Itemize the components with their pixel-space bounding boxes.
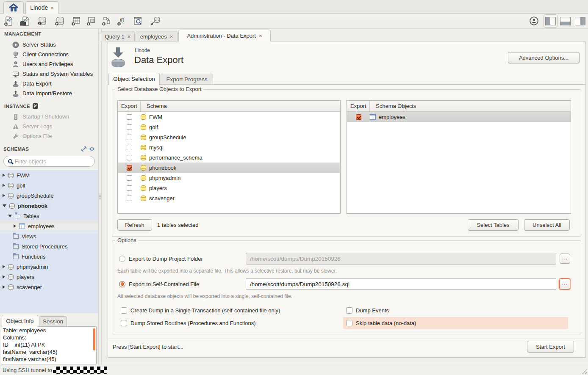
self-contained-browse-button[interactable]: ... [559, 278, 570, 290]
schema-row[interactable]: performance_schema [118, 152, 340, 163]
instance-actions-icon[interactable] [33, 103, 38, 109]
sidebar-item-server-status[interactable]: Server Status [0, 40, 98, 50]
refresh-schemas-icon[interactable] [89, 146, 95, 152]
database-info-icon[interactable]: i [36, 15, 48, 27]
option-checkbox[interactable] [121, 320, 127, 326]
sidebar-item-client-connections[interactable]: Client Connections [0, 50, 98, 59]
tree-item-tables[interactable]: Tables [0, 211, 98, 221]
sidebar-item-system-variables[interactable]: Status and System Variables [0, 69, 98, 79]
collapsed-arrow-icon[interactable] [3, 275, 5, 278]
export-checkbox[interactable] [127, 196, 132, 201]
tab-export-progress[interactable]: Export Progress [161, 74, 213, 85]
collapsed-arrow-icon[interactable] [14, 224, 16, 228]
expand-schemas-icon[interactable] [81, 146, 86, 152]
sidebar-item-server-logs[interactable]: Server Logs [0, 121, 98, 131]
toggle-left-panel-icon[interactable] [545, 17, 556, 25]
collapsed-arrow-icon[interactable] [3, 285, 5, 289]
self-contained-radio[interactable] [119, 281, 125, 287]
dump-folder-radio[interactable] [119, 256, 125, 262]
export-checkbox[interactable] [127, 145, 132, 150]
create-schema-icon[interactable] [53, 15, 66, 27]
toggle-bottom-panel-icon[interactable] [560, 17, 571, 25]
export-checkbox[interactable] [356, 114, 361, 120]
tab-query-1[interactable]: Query 1× [101, 31, 135, 41]
option-checkbox[interactable] [121, 307, 127, 314]
option-checkbox-row[interactable]: Create Dump in a Single Transaction (sel… [118, 304, 340, 316]
tree-item-phpmyadmin[interactable]: phpmyadmin [0, 262, 98, 272]
create-view-icon[interactable] [85, 15, 97, 27]
tree-item-scavenger[interactable]: scavenger [0, 282, 98, 292]
open-sql-script-icon[interactable]: SQL [19, 15, 31, 27]
tree-item-views[interactable]: Views [0, 231, 98, 241]
tab-administration-data-export[interactable]: Administration - Data Export× [178, 30, 271, 41]
schema-row[interactable]: golf [118, 122, 340, 132]
reconnect-database-icon[interactable] [149, 15, 162, 27]
enterprise-badge-icon[interactable] [529, 16, 539, 26]
tab-session[interactable]: Session [39, 316, 67, 327]
create-table-icon[interactable] [69, 15, 82, 27]
table-search-icon[interactable] [131, 15, 144, 27]
collapsed-arrow-icon[interactable] [3, 194, 5, 197]
tab-object-info[interactable]: Object Info [2, 315, 38, 327]
expanded-arrow-icon[interactable] [3, 204, 6, 207]
tree-item-fwm[interactable]: FWM [0, 170, 98, 180]
object-row[interactable]: employees [347, 112, 571, 122]
column-header-export[interactable]: Export [118, 101, 141, 111]
tree-item-golf[interactable]: golf [0, 180, 98, 190]
self-contained-option[interactable]: Export to Self-Contained File [119, 278, 199, 290]
advanced-options-button[interactable]: Advanced Options... [508, 52, 580, 63]
create-function-icon[interactable]: f() [115, 15, 128, 27]
close-icon[interactable]: × [128, 33, 131, 40]
schema-row[interactable]: players [118, 183, 340, 193]
sidebar-item-users-privileges[interactable]: Users and Privileges [0, 59, 98, 69]
column-header-export[interactable]: Export [347, 101, 370, 111]
schema-row[interactable]: FWM [118, 112, 340, 122]
home-tab[interactable] [3, 1, 24, 14]
close-icon[interactable]: × [259, 33, 262, 39]
refresh-button[interactable]: Refresh [117, 219, 152, 231]
tree-item-stored-procedures[interactable]: Stored Procedures [0, 241, 98, 251]
sidebar-item-data-import[interactable]: Data Import/Restore [0, 88, 98, 98]
sidebar-item-data-export[interactable]: Data Export [0, 79, 98, 88]
sidebar-splitter[interactable] [98, 29, 102, 365]
tab-object-selection[interactable]: Object Selection [108, 73, 160, 85]
export-checkbox[interactable] [127, 175, 132, 181]
collapsed-arrow-icon[interactable] [3, 174, 5, 177]
tree-item-players[interactable]: players [0, 272, 98, 282]
dump-folder-path-field[interactable]: /home/scott/dumps/Dump20150926 [246, 253, 556, 265]
tree-item-employees[interactable]: employees [0, 221, 98, 231]
dump-folder-browse-button[interactable]: ... [560, 254, 570, 264]
close-icon[interactable]: × [50, 5, 54, 11]
tree-item-phonebook[interactable]: phonebook [0, 201, 98, 211]
object-info-scrollbar[interactable] [93, 328, 95, 350]
schema-row[interactable]: mysql [118, 142, 340, 152]
new-sql-tab-icon[interactable]: SQL [3, 15, 15, 27]
expanded-arrow-icon[interactable] [8, 215, 12, 217]
collapsed-arrow-icon[interactable] [3, 265, 5, 268]
export-checkbox[interactable] [127, 155, 132, 160]
start-export-button[interactable]: Start Export [527, 341, 574, 353]
schema-row[interactable]: groupSchedule [118, 132, 340, 142]
tree-item-functions[interactable]: Functions [0, 251, 98, 262]
option-checkbox-row[interactable]: Dump Events [343, 304, 568, 316]
schema-row[interactable]: phpmyadmin [118, 173, 340, 183]
tab-employees[interactable]: employees× [136, 31, 178, 41]
unselect-all-button[interactable]: Unselect All [524, 219, 570, 231]
select-tables-button[interactable]: Select Tables [468, 219, 519, 231]
export-checkbox[interactable] [127, 185, 132, 191]
toggle-right-panel-icon[interactable] [575, 17, 585, 25]
option-checkbox[interactable] [346, 320, 352, 326]
option-checkbox-row[interactable]: Dump Stored Routines (Procedures and Fun… [118, 317, 340, 329]
schema-filter-input[interactable] [15, 158, 83, 165]
column-header-schema-objects[interactable]: Schema Objects [370, 103, 416, 109]
column-header-schema[interactable]: Schema [141, 103, 167, 109]
self-contained-path-field[interactable]: /home/scott/dumps/Dump20150926.sql [246, 278, 556, 290]
connection-tab-linode[interactable]: Linode × [25, 1, 58, 14]
dump-folder-option[interactable]: Export to Dump Project Folder [119, 253, 203, 265]
tree-item-groupschedule[interactable]: groupSchedule [0, 190, 98, 201]
schema-row[interactable]: phonebook [118, 163, 340, 173]
option-checkbox[interactable] [346, 307, 352, 314]
export-checkbox[interactable] [127, 135, 132, 140]
sidebar-item-startup-shutdown[interactable]: Startup / Shutdown [0, 112, 98, 121]
create-procedure-icon[interactable] [100, 15, 113, 27]
